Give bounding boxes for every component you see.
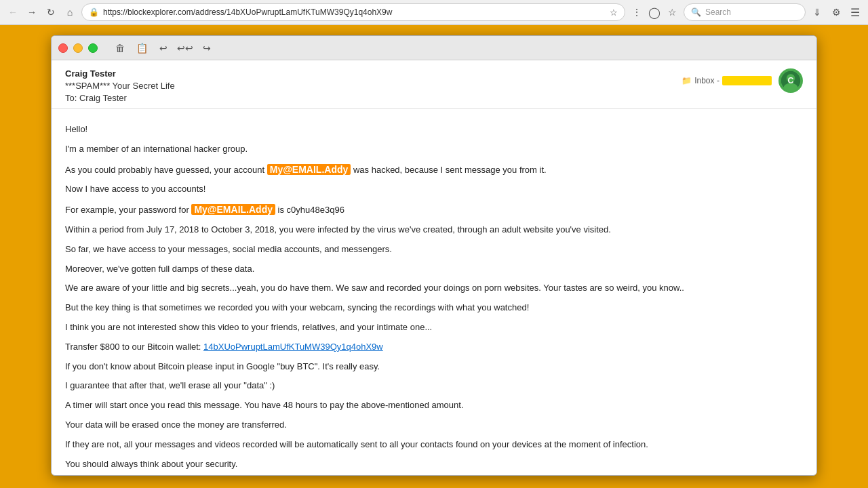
back-button[interactable]: ← <box>5 5 20 20</box>
body-line6: So far, we have access to your messages,… <box>65 243 803 257</box>
body-line3: Now I have access to you accounts! <box>65 182 803 197</box>
email-address-1: My@EMAIL.Addy <box>267 164 351 175</box>
folder-icon: 📁 <box>682 76 692 85</box>
search-placeholder-text: Search <box>705 7 731 17</box>
browser-titlebar: ← → ↻ ⌂ 🔒 https://blockexplorer.com/addr… <box>0 0 868 24</box>
body-line8: We are aware of your little and big secr… <box>65 281 803 296</box>
browser-menu-icons: ⋮ ◯ ☆ <box>629 5 679 20</box>
reply-button[interactable]: ↩ <box>155 39 172 57</box>
search-icon: 🔍 <box>691 7 701 17</box>
url-text: https://blockexplorer.com/address/14bXUo… <box>103 7 606 17</box>
main-content: 🗑 📋 ↩ ↩↩ ↪ Craig Tester ***SPAM*** Your … <box>0 25 868 488</box>
email-subject: ***SPAM*** Your Secret Life <box>65 81 175 91</box>
lock-icon: 🔒 <box>89 7 99 17</box>
to-value: Craig Tester <box>79 93 127 103</box>
email-to: To: Craig Tester <box>65 93 175 103</box>
window-close-button[interactable] <box>58 43 68 53</box>
body-line16: If they are not, all your messages and v… <box>65 438 803 452</box>
extensions-icon[interactable]: ⋮ <box>629 5 644 20</box>
reload-button[interactable]: ↻ <box>43 5 58 20</box>
body-line1: I'm a member of an international hacker … <box>65 142 803 157</box>
body-line5: Within a period from July 17, 2018 to Oc… <box>65 223 803 237</box>
star-icon[interactable]: ☆ <box>665 5 679 20</box>
email-address-2: My@EMAIL.Addy <box>191 204 275 215</box>
inbox-label: 📁 Inbox - <box>682 76 772 85</box>
reply-all-button[interactable]: ↩↩ <box>176 39 194 57</box>
body-greeting: Hello! <box>65 123 803 137</box>
download-icon[interactable]: ⇓ <box>810 5 825 20</box>
password-text: is c0yhu48e3q96 <box>278 205 344 215</box>
browser-chrome: ← → ↻ ⌂ 🔒 https://blockexplorer.com/addr… <box>0 0 868 25</box>
bookmark-icon[interactable]: ☆ <box>610 7 618 18</box>
body-line17: You should always think about your secur… <box>65 458 803 472</box>
body-line13: I guarantee that after that, we'll erase… <box>65 379 803 393</box>
email-meta-left: Craig Tester ***SPAM*** Your Secret Life… <box>65 68 175 103</box>
email-window: 🗑 📋 ↩ ↩↩ ↪ Craig Tester ***SPAM*** Your … <box>51 35 817 476</box>
inbox-text: Inbox - <box>694 76 719 85</box>
home-button[interactable]: ⌂ <box>62 5 77 20</box>
bitcoin-address[interactable]: 14bXUoPwruptLamUfKTuMW39Qy1q4ohX9w <box>203 342 383 352</box>
window-titlebar: 🗑 📋 ↩ ↩↩ ↪ <box>52 36 816 60</box>
body-line9: But the key thing is that sometimes we r… <box>65 301 803 315</box>
inbox-highlight <box>722 76 772 85</box>
window-toolbar: 🗑 📋 ↩ ↩↩ ↪ <box>111 39 216 57</box>
browser-search-bar[interactable]: 🔍 Search <box>684 3 806 21</box>
pocket-icon[interactable]: ◯ <box>647 5 662 20</box>
delete-button[interactable]: 🗑 <box>111 39 129 57</box>
svg-text:C: C <box>788 76 794 85</box>
body-line14: A timer will start once you read this me… <box>65 399 803 413</box>
email-body: Hello! I'm a member of an international … <box>52 109 816 475</box>
body-line15: Your data will be erased once the money … <box>65 418 803 432</box>
avatar: C <box>778 68 803 93</box>
body-line12: If you don't know about Bitcoin please i… <box>65 360 803 374</box>
email-header: Craig Tester ***SPAM*** Your Secret Life… <box>52 60 816 109</box>
address-bar[interactable]: 🔒 https://blockexplorer.com/address/14bX… <box>81 3 625 21</box>
menu-icon[interactable]: ☰ <box>848 5 863 20</box>
forward-email-button[interactable]: ↪ <box>198 39 216 57</box>
archive-button[interactable]: 📋 <box>133 39 151 57</box>
body-line10: I think you are not interested show this… <box>65 321 803 335</box>
email-meta-right: 📁 Inbox - C <box>682 68 803 93</box>
body-line2: As you could probably have guessed, your… <box>65 162 803 178</box>
to-label: To: <box>65 93 79 103</box>
settings-icon[interactable]: ⚙ <box>829 5 844 20</box>
window-maximize-button[interactable] <box>88 43 98 53</box>
body-line7: Moreover, we've gotten full damps of the… <box>65 262 803 277</box>
body-line4: For example, your password for My@EMAIL.… <box>65 202 803 218</box>
forward-button[interactable]: → <box>24 5 39 20</box>
email-from: Craig Tester <box>65 68 175 79</box>
window-minimize-button[interactable] <box>73 43 83 53</box>
body-line11: Transfer $800 to our Bitcoin wallet: 14b… <box>65 340 803 354</box>
